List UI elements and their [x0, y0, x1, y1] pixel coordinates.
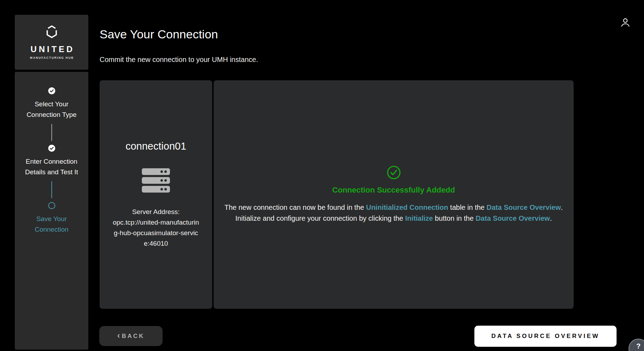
step-2-label: Enter Connection Details and Test It	[20, 156, 83, 177]
page-title: Save Your Connection	[100, 27, 218, 41]
step-connector-active	[51, 181, 52, 198]
wizard-stepper: Select Your Connection Type Enter Connec…	[15, 72, 88, 350]
result-line-1-text: table in the	[448, 203, 487, 211]
result-line-2: Initialize and configure your connection…	[225, 213, 563, 224]
link-data-source-overview: Data Source Overview	[487, 203, 561, 211]
status-title: Connection Successfully Addedd	[332, 186, 455, 195]
result-description: The new connection can now be found in t…	[225, 202, 563, 224]
result-line-2-text: .	[550, 214, 552, 222]
result-line-2-text: Initialize and configure your connection…	[235, 214, 405, 222]
result-line-1: The new connection can now be found in t…	[225, 202, 563, 213]
server-stack-icon	[142, 168, 170, 193]
help-button[interactable]: ?	[629, 339, 644, 351]
step-3-label: Save Your Connection	[20, 214, 83, 235]
brand-name: UNITED	[29, 44, 75, 54]
link-initialize: Initialize	[405, 214, 433, 222]
user-account-button[interactable]	[617, 15, 633, 31]
brand-tagline: MANUFACTURING HUB	[29, 56, 74, 59]
server-address-value: opc.tcp://united-manufacturing-hub-opcua…	[113, 219, 199, 247]
data-source-overview-button[interactable]: DATA SOURCE OVERVIEW	[474, 326, 617, 347]
chevron-left-icon: ‹	[117, 331, 120, 340]
server-address-label: Server Address:	[111, 207, 201, 217]
umh-hexagon-icon	[45, 25, 59, 40]
link-data-source-overview: Data Source Overview	[475, 214, 550, 222]
step-1-label: Select Your Connection Type	[20, 99, 83, 120]
back-button-label: BACK	[122, 333, 145, 340]
data-source-overview-button-label: DATA SOURCE OVERVIEW	[491, 333, 600, 339]
result-panel: Connection Successfully Addedd The new c…	[214, 80, 574, 309]
result-line-2-text: button in the	[433, 214, 475, 222]
connection-summary-card: connection01 Server Address: opc.tcp://u…	[100, 80, 212, 309]
link-uninitialized-connection: Uninitialized Connection	[366, 203, 448, 211]
step-1-check-circle-icon	[48, 87, 55, 94]
result-line-1-text: The new connection can now be found in t…	[225, 203, 366, 211]
server-address: Server Address: opc.tcp://united-manufac…	[111, 207, 201, 249]
result-line-1-text: .	[561, 203, 563, 211]
logo-panel: UNITED MANUFACTURING HUB	[15, 15, 88, 70]
connection-name: connection01	[126, 140, 187, 152]
page-subtitle: Commit the new connection to your UMH in…	[100, 56, 258, 64]
step-connector	[51, 124, 52, 141]
success-check-circle-icon	[387, 165, 401, 181]
help-icon: ?	[636, 342, 640, 350]
step-2-check-circle-icon	[48, 145, 55, 152]
person-icon	[620, 17, 631, 29]
step-3-circle-outline-icon	[48, 202, 55, 209]
back-button[interactable]: ‹ BACK	[99, 326, 163, 346]
